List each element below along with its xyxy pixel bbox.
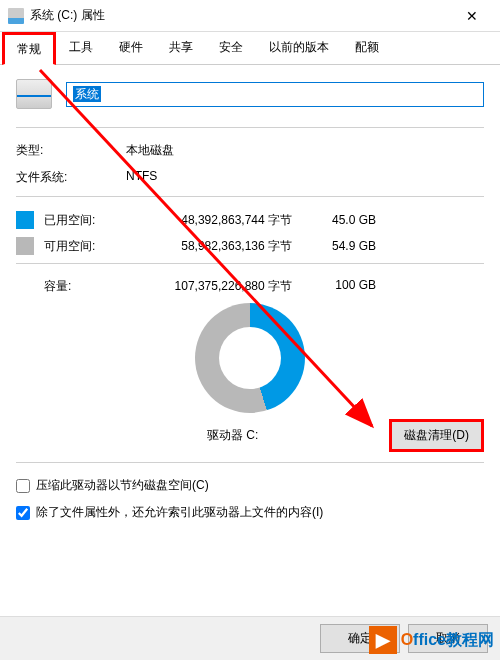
tab-general-label: 常规	[17, 42, 41, 56]
compress-checkbox-row: 压缩此驱动器以节约磁盘空间(C)	[16, 477, 484, 494]
usage-pie-chart	[195, 303, 305, 413]
index-label: 除了文件属性外，还允许索引此驱动器上文件的内容(I)	[36, 504, 323, 521]
free-label: 可用空间:	[44, 238, 126, 255]
tab-previous-label: 以前的版本	[269, 40, 329, 54]
tab-hardware-label: 硬件	[119, 40, 143, 54]
close-button[interactable]: ✕	[452, 2, 492, 30]
separator-2	[16, 196, 484, 197]
drive-letter-row: 驱动器 C: 磁盘清理(D)	[16, 419, 484, 452]
compress-label: 压缩此驱动器以节约磁盘空间(C)	[36, 477, 209, 494]
disk-cleanup-button[interactable]: 磁盘清理(D)	[389, 419, 484, 452]
type-value: 本地磁盘	[126, 142, 174, 159]
tab-general[interactable]: 常规	[2, 32, 56, 65]
tab-hardware[interactable]: 硬件	[106, 32, 156, 64]
capacity-row: 容量: 107,375,226,880 字节 100 GB	[16, 278, 484, 295]
tab-quota[interactable]: 配额	[342, 32, 392, 64]
separator-4	[16, 462, 484, 463]
tab-security-label: 安全	[219, 40, 243, 54]
tab-quota-label: 配额	[355, 40, 379, 54]
capacity-bytes: 107,375,226,880 字节	[126, 278, 316, 295]
used-bytes: 48,392,863,744 字节	[126, 212, 316, 229]
drive-icon-small	[8, 8, 24, 24]
index-checkbox-row: 除了文件属性外，还允许索引此驱动器上文件的内容(I)	[16, 504, 484, 521]
used-label: 已用空间:	[44, 212, 126, 229]
close-icon: ✕	[466, 8, 478, 24]
content-panel: 系统 类型: 本地磁盘 文件系统: NTFS 已用空间: 48,392,863,…	[0, 65, 500, 545]
tab-security[interactable]: 安全	[206, 32, 256, 64]
free-bytes: 58,982,363,136 字节	[126, 238, 316, 255]
used-space-row: 已用空间: 48,392,863,744 字节 45.0 GB	[16, 211, 484, 229]
watermark-icon: ▶	[369, 626, 397, 654]
drive-letter-label: 驱动器 C:	[16, 427, 389, 444]
disk-cleanup-label: 磁盘清理(D)	[404, 428, 469, 442]
tab-previous-versions[interactable]: 以前的版本	[256, 32, 342, 64]
compress-checkbox[interactable]	[16, 479, 30, 493]
tab-sharing[interactable]: 共享	[156, 32, 206, 64]
tab-tools-label: 工具	[69, 40, 93, 54]
filesystem-value: NTFS	[126, 169, 157, 186]
titlebar: 系统 (C:) 属性 ✕	[0, 0, 500, 32]
watermark-text-rest: ffice教程网	[413, 631, 494, 648]
tab-sharing-label: 共享	[169, 40, 193, 54]
drive-name-input[interactable]: 系统	[66, 82, 484, 107]
drive-name-row: 系统	[16, 79, 484, 109]
free-swatch-icon	[16, 237, 34, 255]
pie-chart-wrap	[16, 303, 484, 413]
tab-tools[interactable]: 工具	[56, 32, 106, 64]
used-swatch-icon	[16, 211, 34, 229]
drive-name-value: 系统	[73, 86, 101, 102]
type-label: 类型:	[16, 142, 126, 159]
drive-icon	[16, 79, 52, 109]
watermark: ▶ Office教程网	[369, 626, 494, 654]
capacity-size: 100 GB	[316, 278, 376, 295]
type-row: 类型: 本地磁盘	[16, 142, 484, 159]
tab-strip: 常规 工具 硬件 共享 安全 以前的版本 配额	[0, 32, 500, 65]
separator-1	[16, 127, 484, 128]
filesystem-row: 文件系统: NTFS	[16, 169, 484, 186]
separator-3	[16, 263, 484, 264]
window-title: 系统 (C:) 属性	[30, 7, 452, 24]
index-checkbox[interactable]	[16, 506, 30, 520]
capacity-label: 容量:	[44, 278, 126, 295]
free-size: 54.9 GB	[316, 239, 376, 253]
free-space-row: 可用空间: 58,982,363,136 字节 54.9 GB	[16, 237, 484, 255]
watermark-text-o: O	[401, 631, 413, 648]
used-size: 45.0 GB	[316, 213, 376, 227]
filesystem-label: 文件系统:	[16, 169, 126, 186]
